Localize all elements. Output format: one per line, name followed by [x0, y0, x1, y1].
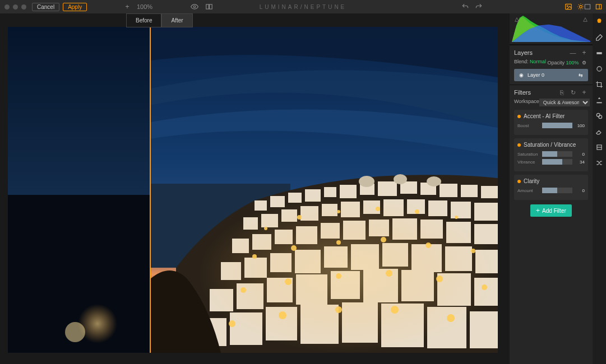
slider-value: 34	[575, 160, 585, 165]
undo-icon[interactable]	[461, 3, 469, 11]
svg-point-84	[337, 210, 340, 213]
filters-panel: Filters ⎘ ↻ + Workspace Quick & Awesome …	[510, 85, 593, 225]
denoise-icon[interactable]	[595, 143, 603, 151]
clone-icon[interactable]	[595, 112, 603, 120]
svg-point-78	[359, 176, 374, 187]
slider-row: Saturation0	[517, 151, 585, 157]
layer-row[interactable]: ◉ Layer 0 ⇆	[514, 69, 588, 81]
photo-preview	[8, 27, 498, 353]
svg-point-89	[291, 245, 297, 251]
slider-value: 0	[575, 188, 585, 193]
radial-icon[interactable]	[595, 65, 603, 73]
svg-point-11	[78, 304, 117, 343]
svg-point-111	[599, 115, 602, 119]
brush-icon[interactable]	[595, 34, 603, 41]
slider-track[interactable]	[542, 151, 572, 157]
crop-icon[interactable]	[595, 81, 603, 88]
minimize-dot[interactable]	[13, 4, 18, 10]
panel-toggle-icon[interactable]	[584, 3, 591, 11]
filter-title[interactable]: Clarity	[517, 178, 585, 184]
image-canvas[interactable]	[8, 27, 498, 353]
svg-point-101	[279, 311, 286, 319]
svg-point-90	[336, 240, 341, 245]
top-bar: Cancel Apply + 100% LUMINAR/NEPTUNE	[0, 0, 606, 13]
histogram-right-icon[interactable]	[581, 16, 589, 24]
slider-value: 0	[575, 152, 585, 157]
slider-row: Amount0	[517, 188, 585, 193]
compare-icon[interactable]	[205, 3, 213, 11]
gradient-icon[interactable]	[595, 49, 603, 57]
compare-tabs: Before After	[126, 13, 193, 27]
adjust-icon[interactable]	[595, 18, 603, 26]
svg-point-4	[567, 6, 568, 7]
svg-point-79	[394, 174, 407, 184]
image-icon[interactable]	[565, 3, 572, 11]
filter-block[interactable]: ClarityAmount0	[514, 175, 588, 200]
svg-point-0	[193, 6, 196, 8]
gear-icon[interactable]: ⚙	[580, 59, 588, 67]
shuffle-icon[interactable]	[595, 159, 603, 167]
filter-active-dot	[517, 115, 521, 118]
apply-button[interactable]: Apply	[63, 3, 87, 11]
tab-after[interactable]: After	[161, 13, 192, 27]
zoom-level[interactable]: 100%	[137, 3, 152, 10]
svg-point-102	[335, 306, 342, 313]
svg-point-98	[436, 276, 443, 282]
layer-options-icon[interactable]: ⇆	[577, 71, 585, 79]
slider-track[interactable]	[542, 159, 572, 165]
redo-icon[interactable]	[475, 3, 483, 11]
filters-add-icon[interactable]: +	[580, 88, 588, 96]
transform-icon[interactable]	[595, 96, 603, 104]
compare-divider[interactable]	[150, 27, 151, 353]
close-dot[interactable]	[4, 4, 10, 10]
svg-rect-81	[198, 195, 498, 353]
slider-track[interactable]	[542, 188, 572, 193]
slider-label: Vibrance	[517, 160, 540, 165]
right-panel: Layers — + Blend: Normal Opacity 100% ⚙ …	[510, 13, 593, 364]
maximize-dot[interactable]	[21, 4, 26, 10]
blend-mode[interactable]: Normal	[530, 59, 546, 64]
opacity-value[interactable]: 100%	[566, 60, 579, 66]
filters-save-icon[interactable]: ⎘	[558, 88, 566, 96]
workspace-select[interactable]: Quick & Awesome	[539, 99, 590, 106]
filters-reset-icon[interactable]: ↻	[569, 88, 577, 96]
plus-icon[interactable]: +	[123, 3, 131, 11]
svg-rect-2	[210, 4, 212, 9]
histogram-left-icon[interactable]	[513, 16, 521, 24]
svg-rect-108	[596, 52, 602, 54]
sidebar-toggle-icon[interactable]	[595, 3, 603, 11]
filters-title: Filters	[514, 89, 531, 96]
svg-rect-1	[206, 4, 209, 9]
svg-point-100	[229, 320, 235, 327]
slider-value: 100	[575, 123, 585, 128]
svg-point-85	[376, 207, 380, 211]
histogram[interactable]	[510, 13, 593, 45]
window-controls[interactable]	[4, 4, 26, 10]
cancel-button[interactable]: Cancel	[32, 3, 59, 11]
svg-point-103	[391, 306, 399, 314]
filter-title[interactable]: Saturation / Vibrance	[517, 142, 585, 148]
layers-title: Layers	[514, 49, 533, 56]
layers-menu-icon[interactable]: —	[569, 49, 577, 57]
svg-point-92	[425, 242, 431, 248]
slider-track[interactable]	[542, 123, 572, 128]
slider-row: Vibrance34	[517, 159, 585, 165]
layer-visibility-icon[interactable]: ◉	[517, 71, 525, 79]
add-filter-button[interactable]: + Add Filter	[530, 204, 572, 217]
svg-rect-7	[596, 4, 601, 9]
svg-point-12	[65, 322, 85, 342]
tab-before[interactable]: Before	[126, 13, 161, 27]
filter-title[interactable]: Accent - AI Filter	[517, 113, 585, 119]
svg-rect-6	[585, 4, 590, 9]
svg-point-96	[336, 273, 341, 279]
svg-point-94	[240, 287, 246, 293]
filter-block[interactable]: Accent - AI FilterBoost100	[514, 110, 588, 135]
erase-icon[interactable]	[595, 128, 603, 136]
eye-icon[interactable]	[191, 3, 198, 11]
add-layer-icon[interactable]: +	[580, 49, 588, 57]
right-tool-rail	[593, 13, 606, 364]
filter-active-dot	[517, 180, 521, 183]
svg-point-82	[264, 227, 267, 230]
filter-block[interactable]: Saturation / VibranceSaturation0Vibrance…	[514, 138, 588, 171]
filter-name: Accent - AI Filter	[524, 113, 565, 119]
